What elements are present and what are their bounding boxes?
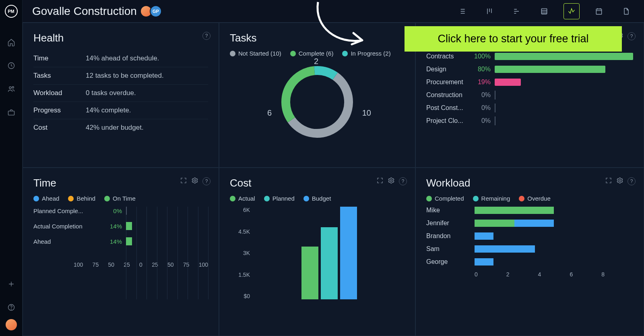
health-row: Workload 0 tasks overdue. [33, 85, 208, 102]
health-panel: ? Health Time 14% ahead of schedule. Tas… [23, 23, 219, 168]
cost-bar-chart: 6K4.5K3K1.5K$0 [230, 207, 405, 311]
gear-icon[interactable] [191, 177, 198, 186]
time-row: Actual Completion 14% [33, 222, 208, 230]
topbar: Govalle Construction GP [23, 0, 644, 23]
workload-segment [475, 245, 535, 253]
time-pct: 14% [98, 223, 122, 230]
legend-item: Not Started (10) [230, 50, 281, 57]
team-icon[interactable] [7, 85, 16, 93]
time-bar-area [126, 222, 208, 230]
help-icon[interactable] [7, 303, 16, 312]
progress-label: Construction [426, 91, 471, 99]
workload-row: Sam [426, 245, 633, 253]
file-view-icon[interactable] [618, 3, 634, 19]
help-icon[interactable]: ? [399, 177, 407, 185]
gear-icon[interactable] [616, 177, 623, 186]
workload-name: Mike [426, 207, 475, 214]
sheet-view-icon[interactable] [536, 3, 552, 19]
plus-icon[interactable] [7, 280, 16, 288]
time-row: Planned Comple... 0% [33, 207, 208, 215]
legend-item: Overdue [519, 195, 551, 202]
gantt-view-icon[interactable] [509, 3, 525, 19]
progress-row: Construction 0% [426, 91, 633, 99]
cta-banner[interactable]: Click here to start your free trial [405, 26, 622, 52]
workload-segment [475, 232, 493, 240]
workload-segment [514, 220, 554, 227]
dashboard-view-icon[interactable] [564, 3, 580, 19]
board-view-icon[interactable] [481, 3, 497, 19]
calendar-view-icon[interactable] [591, 3, 607, 19]
expand-icon[interactable] [180, 177, 187, 186]
legend-item: Actual [230, 195, 255, 202]
expand-icon[interactable] [605, 177, 612, 186]
workload-row: George [426, 258, 633, 265]
time-bar-area [126, 207, 208, 215]
time-label: Actual Completion [33, 223, 98, 230]
legend-item: Behind [68, 195, 95, 202]
cost-bar [301, 247, 318, 299]
cost-bar [321, 227, 338, 299]
help-icon[interactable]: ? [627, 177, 636, 185]
axis-tick: 6K [230, 207, 250, 213]
help-icon[interactable]: ? [627, 32, 636, 40]
progress-pct: 19% [471, 79, 491, 86]
svg-point-14 [619, 180, 621, 182]
progress-pct: 0% [471, 117, 491, 124]
clock-icon[interactable] [7, 61, 16, 70]
health-value: 14% complete. [86, 106, 131, 114]
home-icon[interactable] [7, 38, 16, 47]
project-members[interactable]: GP [142, 5, 162, 17]
axis-tick: 0 [475, 271, 506, 278]
svg-point-12 [194, 180, 196, 182]
health-row: Progress 14% complete. [33, 102, 208, 119]
axis-tick: 50 [108, 261, 114, 268]
svg-point-5 [11, 309, 11, 309]
legend-dot [264, 196, 270, 201]
legend-item: Budget [303, 195, 331, 202]
legend-item: On Time [104, 195, 136, 202]
workload-bar-track [475, 220, 633, 227]
health-row: Cost 42% under budget. [33, 119, 208, 136]
time-panel: ? Time AheadBehindOn Time Planned Comple… [23, 168, 219, 336]
list-view-icon[interactable] [454, 3, 470, 19]
axis-tick: 75 [93, 261, 99, 268]
progress-pct: 100% [471, 53, 491, 60]
progress-bar-track [495, 104, 633, 112]
legend-dot [519, 196, 524, 201]
progress-pct: 0% [471, 91, 491, 99]
axis-tick: $0 [230, 293, 250, 299]
panel-title: Tasks [230, 32, 405, 44]
cost-bar [340, 207, 357, 299]
expand-icon[interactable] [376, 177, 384, 186]
progress-row: Design 80% [426, 66, 633, 73]
legend-dot [230, 196, 235, 201]
time-row: Ahead 14% [33, 237, 208, 245]
progress-row: Post Const... 0% [426, 104, 633, 112]
donut-value: 10 [362, 108, 371, 118]
legend-dot [426, 196, 432, 201]
legend-dot [104, 196, 110, 201]
gear-icon[interactable] [388, 177, 395, 186]
time-bar [126, 237, 132, 245]
legend-item: Complete (6) [290, 50, 334, 57]
time-label: Ahead [33, 238, 98, 245]
user-avatar[interactable] [6, 319, 17, 330]
legend-dot [230, 51, 235, 56]
legend-dot [473, 196, 479, 201]
help-icon[interactable]: ? [202, 32, 211, 40]
time-pct: 14% [98, 238, 122, 245]
app-logo[interactable]: PM [5, 5, 18, 18]
legend-dot [342, 51, 348, 56]
avatar-badge[interactable]: GP [150, 5, 162, 17]
health-key: Cost [33, 124, 86, 132]
legend-item: In Progress (2) [342, 50, 390, 57]
svg-rect-7 [596, 9, 601, 14]
health-key: Progress [33, 106, 86, 114]
progress-tick [495, 116, 495, 125]
workload-name: George [426, 258, 475, 265]
help-icon[interactable]: ? [202, 177, 211, 185]
progress-bar-track [495, 117, 633, 124]
briefcase-icon[interactable] [7, 108, 16, 117]
workload-row: Brandon [426, 232, 633, 240]
health-key: Time [33, 54, 86, 62]
